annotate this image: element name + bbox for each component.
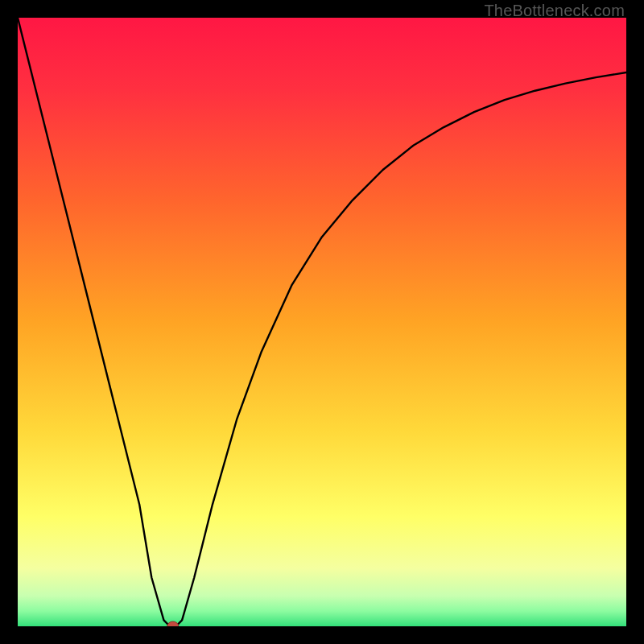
watermark-text: TheBottleneck.com: [484, 2, 625, 20]
chart-background: [18, 18, 626, 626]
chart-frame: [18, 18, 626, 626]
bottleneck-chart: [18, 18, 626, 626]
